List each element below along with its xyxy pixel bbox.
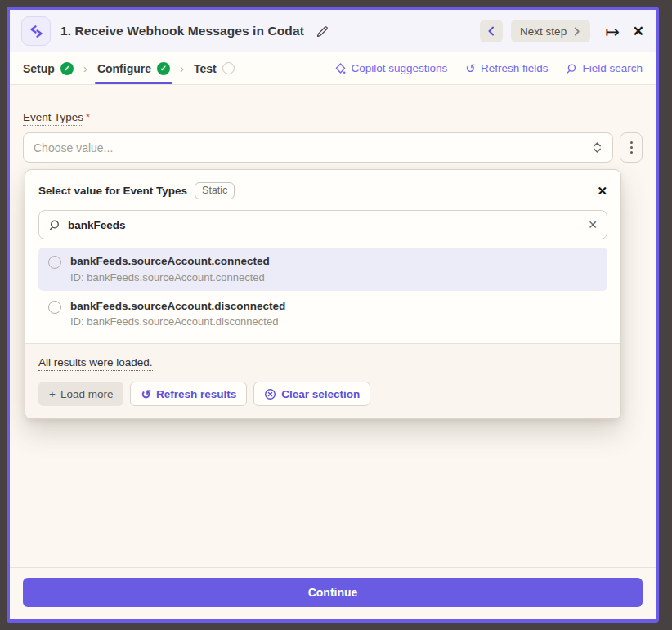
plus-icon: + bbox=[49, 388, 56, 400]
kebab-menu-icon bbox=[630, 141, 633, 144]
option-row[interactable]: bankFeeds.sourceAccount.connected ID: ba… bbox=[38, 248, 607, 291]
copilot-suggestions-button[interactable]: Copilot suggestions bbox=[334, 62, 448, 74]
configure-form: Event Types * Select value for Event Typ… bbox=[10, 85, 656, 567]
event-types-label: Event Types bbox=[23, 111, 83, 126]
radio-icon[interactable] bbox=[48, 256, 61, 269]
load-more-button[interactable]: + Load more bbox=[38, 382, 123, 406]
tab-setup[interactable]: Setup ✓ bbox=[23, 52, 74, 84]
check-circle-icon: ✓ bbox=[157, 62, 170, 75]
dropdown-search-input[interactable] bbox=[68, 219, 580, 231]
tab-configure-label: Configure bbox=[97, 62, 151, 75]
chevron-left-icon bbox=[486, 26, 496, 36]
option-id: ID: bankFeeds.sourceAccount.disconnected bbox=[70, 315, 285, 328]
refresh-icon: ↺ bbox=[465, 62, 476, 74]
dropdown-footer-buttons: + Load more ↺ Refresh results Clear sele… bbox=[38, 382, 607, 406]
results-status-text: All results were loaded. bbox=[38, 356, 153, 371]
tab-toolbar: Copilot suggestions ↺ Refresh fields Fie… bbox=[334, 62, 643, 74]
step-header: 1. Receive Webhook Messages in Codat Nex… bbox=[10, 10, 656, 52]
field-search-label: Field search bbox=[582, 62, 643, 74]
event-types-input[interactable] bbox=[34, 141, 585, 154]
collapse-panel-icon[interactable]: ↦ bbox=[605, 23, 620, 40]
tab-setup-label: Setup bbox=[23, 62, 55, 75]
refresh-results-label: Refresh results bbox=[156, 388, 236, 400]
next-step-button[interactable]: Next step bbox=[511, 20, 590, 42]
circle-x-icon bbox=[264, 388, 276, 400]
required-marker: * bbox=[86, 111, 90, 123]
option-id: ID: bankFeeds.sourceAccount.connected bbox=[70, 271, 270, 284]
step-editor-panel: 1. Receive Webhook Messages in Codat Nex… bbox=[7, 7, 659, 623]
tab-test-label: Test bbox=[194, 62, 217, 75]
bottom-bar: Continue bbox=[10, 567, 656, 619]
refresh-fields-label: Refresh fields bbox=[481, 62, 549, 74]
chevron-right-icon: › bbox=[83, 61, 87, 75]
field-search-button[interactable]: Field search bbox=[566, 62, 643, 74]
tab-test[interactable]: Test bbox=[194, 52, 235, 84]
step-title: 1. Receive Webhook Messages in Codat bbox=[60, 24, 304, 38]
dropdown-search-box[interactable]: ✕ bbox=[38, 210, 607, 239]
field-options-menu-button[interactable] bbox=[620, 132, 643, 163]
option-label: bankFeeds.sourceAccount.connected bbox=[70, 254, 270, 269]
dropdown-footer: All results were loaded. + Load more ↺ R… bbox=[25, 343, 620, 418]
stepper-icon bbox=[592, 141, 603, 154]
codat-app-icon bbox=[21, 16, 51, 46]
clear-search-icon[interactable]: ✕ bbox=[588, 218, 598, 231]
load-more-label: Load more bbox=[60, 388, 114, 400]
field-label-row: Event Types * bbox=[23, 111, 643, 126]
close-panel-icon[interactable]: ✕ bbox=[633, 25, 644, 38]
dropdown-close-icon[interactable]: ✕ bbox=[597, 185, 607, 197]
previous-step-button[interactable] bbox=[480, 20, 503, 42]
radio-icon[interactable] bbox=[48, 301, 61, 314]
continue-button[interactable]: Continue bbox=[23, 578, 643, 607]
sparkle-icon bbox=[334, 62, 347, 74]
event-types-field-row bbox=[23, 132, 643, 163]
edit-title-icon[interactable] bbox=[316, 25, 328, 38]
event-types-combobox[interactable] bbox=[23, 132, 613, 163]
step-tabs: Setup ✓ › Configure ✓ › Test Copilot sug… bbox=[10, 52, 656, 85]
refresh-icon: ↺ bbox=[141, 388, 151, 400]
clear-selection-label: Clear selection bbox=[281, 388, 360, 400]
clear-selection-button[interactable]: Clear selection bbox=[253, 382, 370, 406]
value-picker-dropdown: Select value for Event Types Static ✕ ✕ bbox=[25, 169, 621, 419]
code-brackets-icon bbox=[29, 24, 44, 39]
next-step-label: Next step bbox=[520, 25, 567, 38]
search-icon bbox=[566, 63, 577, 74]
dropdown-body: Select value for Event Types Static ✕ ✕ bbox=[25, 170, 620, 343]
static-badge: Static bbox=[195, 182, 235, 199]
search-icon bbox=[48, 219, 60, 231]
dropdown-title: Select value for Event Types bbox=[38, 185, 187, 197]
dropdown-header: Select value for Event Types Static ✕ bbox=[38, 182, 607, 199]
copilot-suggestions-label: Copilot suggestions bbox=[352, 62, 448, 74]
incomplete-circle-icon bbox=[222, 62, 235, 74]
chevron-right-icon bbox=[572, 27, 581, 36]
option-label: bankFeeds.sourceAccount.disconnected bbox=[70, 299, 285, 314]
check-circle-icon: ✓ bbox=[60, 62, 74, 75]
chevron-right-icon: › bbox=[180, 61, 184, 75]
refresh-results-button[interactable]: ↺ Refresh results bbox=[130, 382, 247, 406]
header-actions: Next step ↦ ✕ bbox=[480, 20, 644, 42]
options-list: bankFeeds.sourceAccount.connected ID: ba… bbox=[38, 248, 607, 335]
refresh-fields-button[interactable]: ↺ Refresh fields bbox=[465, 62, 548, 74]
option-row[interactable]: bankFeeds.sourceAccount.disconnected ID:… bbox=[38, 293, 607, 336]
tab-configure[interactable]: Configure ✓ bbox=[97, 52, 170, 84]
